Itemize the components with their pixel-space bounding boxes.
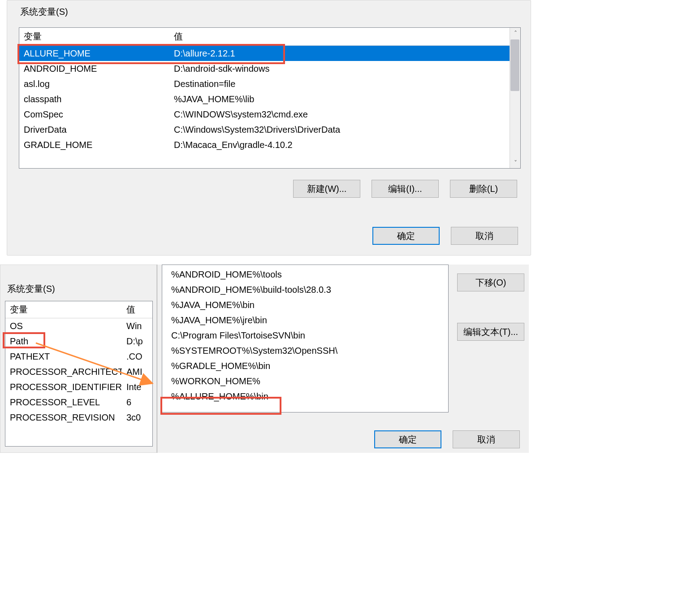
system-variables-buttons: 新建(W)... 编辑(I)... 删除(L)	[7, 180, 531, 204]
ok-button[interactable]: 确定	[374, 430, 441, 448]
path-dialog-side-buttons: 下移(O) 编辑文本(T)...	[457, 273, 524, 341]
cell-value: D:\allure-2.12.1	[169, 48, 520, 59]
cell-value: C:\Windows\System32\Drivers\DriverData	[169, 125, 520, 135]
edittext-button[interactable]: 编辑文本(T)...	[457, 323, 524, 341]
list-item[interactable]: %ANDROID_HOME%\build-tools\28.0.3	[162, 282, 448, 297]
cell-value: Destination=file	[169, 79, 520, 89]
header-variable[interactable]: 变量	[5, 304, 122, 316]
system-variables-label-secondary: 系统变量(S)	[7, 283, 55, 295]
cell-variable: ALLURE_HOME	[19, 48, 169, 59]
system-variables-panel: 系统变量(S) 变量 值 ALLURE_HOME D:\allure-2.12.…	[7, 0, 531, 256]
cell-value: Win	[122, 321, 152, 331]
table-row[interactable]: PROCESSOR_LEVEL 6	[5, 395, 152, 410]
table-row[interactable]: PROCESSOR_ARCHITECTURE AMI	[5, 364, 152, 379]
movedown-button[interactable]: 下移(O)	[457, 273, 524, 291]
table-row[interactable]: classpath %JAVA_HOME%\lib	[19, 91, 520, 107]
cell-value: AMI	[122, 367, 152, 377]
cancel-button[interactable]: 取消	[451, 227, 518, 245]
system-variables-label: 系统变量(S)	[18, 6, 70, 18]
table-row[interactable]: DriverData C:\Windows\System32\Drivers\D…	[19, 122, 520, 137]
list-item[interactable]: %ANDROID_HOME%\tools	[162, 267, 448, 282]
cell-variable: PROCESSOR_LEVEL	[5, 397, 122, 408]
table-row[interactable]: PATHEXT .CO	[5, 349, 152, 364]
header-value[interactable]: 值	[169, 30, 520, 43]
list-item[interactable]: %JAVA_HOME%\jre\bin	[162, 313, 448, 328]
scrollbar-vertical[interactable]: ˄ ˅	[510, 28, 520, 168]
table-row[interactable]: GRADLE_HOME D:\Macaca_Env\gradle-4.10.2	[19, 137, 520, 152]
list-item[interactable]: C:\Program Files\TortoiseSVN\bin	[162, 328, 448, 343]
cell-variable: PATHEXT	[5, 352, 122, 362]
listbox-header: 变量 值	[19, 28, 520, 46]
list-item[interactable]: %WORKON_HOME%	[162, 373, 448, 389]
header-value[interactable]: 值	[122, 304, 152, 316]
cell-variable: PROCESSOR_ARCHITECTURE	[5, 367, 122, 377]
scrollbar-thumb[interactable]	[510, 39, 519, 91]
cell-variable: GRADLE_HOME	[19, 140, 169, 150]
cell-variable: Path	[5, 336, 122, 347]
cell-value: 3c0	[122, 412, 152, 423]
list-item[interactable]: %ALLURE_HOME%\bin	[162, 389, 448, 404]
cell-variable: PROCESSOR_REVISION	[5, 412, 122, 423]
path-dialog-okcancel: 确定 取消	[157, 430, 529, 448]
table-row[interactable]: PROCESSOR_IDENTIFIER Inte	[5, 379, 152, 395]
cell-value: 6	[122, 397, 152, 408]
system-variables-listbox-secondary[interactable]: 变量 值 OS Win Path D:\p PATHEXT .CO PROCES…	[5, 301, 153, 447]
cell-variable: ComSpec	[19, 109, 169, 120]
list-item[interactable]: %JAVA_HOME%\bin	[162, 297, 448, 313]
new-button[interactable]: 新建(W)...	[293, 180, 360, 198]
cancel-button[interactable]: 取消	[453, 430, 520, 448]
cell-variable: DriverData	[19, 125, 169, 135]
system-variables-listbox[interactable]: 变量 值 ALLURE_HOME D:\allure-2.12.1 ANDROI…	[19, 27, 521, 169]
list-item[interactable]: %GRADLE_HOME%\bin	[162, 358, 448, 373]
cell-value: C:\WINDOWS\system32\cmd.exe	[169, 109, 520, 120]
table-row[interactable]: OS Win	[5, 318, 152, 334]
cell-variable: classpath	[19, 94, 169, 104]
cell-variable: asl.log	[19, 79, 169, 89]
edit-path-dialog: %ANDROID_HOME%\tools %ANDROID_HOME%\buil…	[157, 265, 529, 453]
system-variables-panel-secondary: 系统变量(S) 变量 值 OS Win Path D:\p PATHEXT .C…	[0, 265, 157, 453]
header-variable[interactable]: 变量	[19, 30, 169, 43]
cell-value: D:\Macaca_Env\gradle-4.10.2	[169, 140, 520, 150]
scrollbar-up-icon[interactable]: ˄	[510, 28, 521, 39]
listbox-header: 变量 值	[5, 301, 152, 318]
cell-value: D:\p	[122, 336, 152, 347]
scrollbar-down-icon[interactable]: ˅	[510, 157, 521, 168]
cell-value: .CO	[122, 352, 152, 362]
edit-button[interactable]: 编辑(I)...	[372, 180, 439, 198]
list-item[interactable]: %SYSTEMROOT%\System32\OpenSSH\	[162, 343, 448, 358]
cell-value: %JAVA_HOME%\lib	[169, 94, 520, 104]
listbox-body: ALLURE_HOME D:\allure-2.12.1 ANDROID_HOM…	[19, 46, 520, 169]
cell-value: Inte	[122, 382, 152, 392]
dialog-okcancel: 确定 取消	[7, 227, 527, 245]
path-entries-listbox[interactable]: %ANDROID_HOME%\tools %ANDROID_HOME%\buil…	[162, 265, 449, 412]
cell-value: D:\android-sdk-windows	[169, 64, 520, 74]
table-row[interactable]: ComSpec C:\WINDOWS\system32\cmd.exe	[19, 107, 520, 122]
ok-button[interactable]: 确定	[372, 227, 440, 245]
table-row[interactable]: Path D:\p	[5, 334, 152, 349]
table-row[interactable]: PROCESSOR_REVISION 3c0	[5, 410, 152, 425]
table-row[interactable]: ANDROID_HOME D:\android-sdk-windows	[19, 61, 520, 76]
cell-variable: ANDROID_HOME	[19, 64, 169, 74]
table-row[interactable]: ALLURE_HOME D:\allure-2.12.1	[19, 46, 520, 61]
delete-button[interactable]: 删除(L)	[450, 180, 517, 198]
cell-variable: PROCESSOR_IDENTIFIER	[5, 382, 122, 392]
cell-variable: OS	[5, 321, 122, 331]
table-row[interactable]: asl.log Destination=file	[19, 76, 520, 91]
